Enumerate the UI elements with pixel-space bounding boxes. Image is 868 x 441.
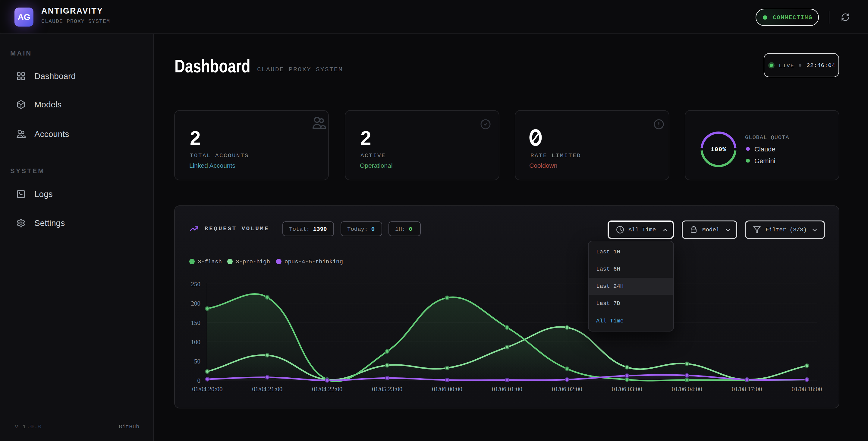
svg-text:01/04 22:00: 01/04 22:00 xyxy=(312,385,342,393)
svg-text:01/08 18:00: 01/08 18:00 xyxy=(792,385,822,393)
svg-text:200: 200 xyxy=(191,300,201,307)
svg-text:01/04 20:00: 01/04 20:00 xyxy=(192,385,223,393)
svg-text:01/08 17:00: 01/08 17:00 xyxy=(732,385,762,393)
svg-text:01/06 01:00: 01/06 01:00 xyxy=(492,385,522,393)
svg-text:100: 100 xyxy=(191,339,201,346)
svg-text:150: 150 xyxy=(191,319,201,326)
svg-text:01/06 04:00: 01/06 04:00 xyxy=(672,385,702,393)
svg-text:250: 250 xyxy=(191,281,201,288)
svg-text:01/05 23:00: 01/05 23:00 xyxy=(372,385,402,393)
svg-text:01/06 00:00: 01/06 00:00 xyxy=(432,385,462,393)
svg-text:01/04 21:00: 01/04 21:00 xyxy=(252,385,282,393)
svg-text:01/06 03:00: 01/06 03:00 xyxy=(612,385,642,393)
svg-text:0: 0 xyxy=(197,377,201,384)
svg-text:01/06 02:00: 01/06 02:00 xyxy=(552,385,582,393)
svg-text:50: 50 xyxy=(194,358,200,365)
